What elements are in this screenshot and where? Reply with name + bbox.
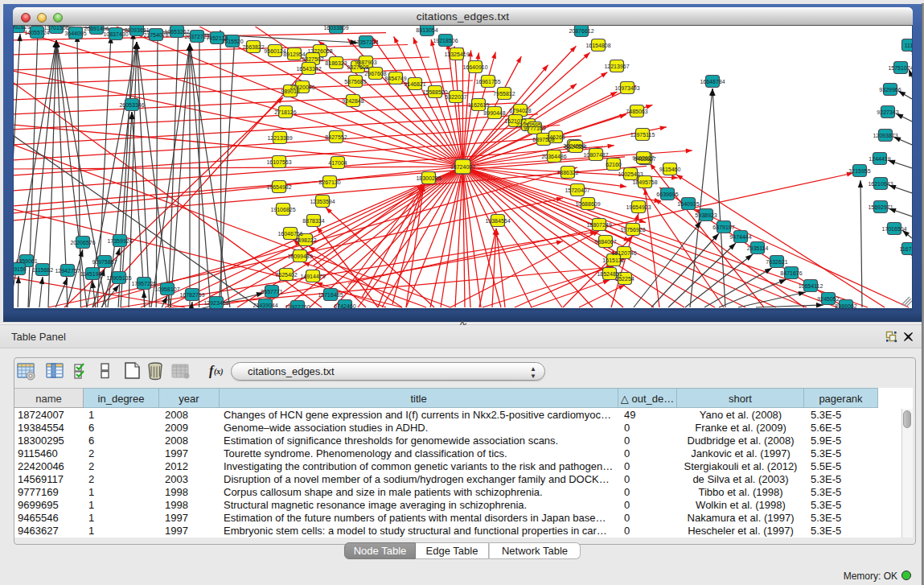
- svg-text:8427552: 8427552: [325, 134, 347, 140]
- svg-text:62160: 62160: [606, 162, 622, 167]
- svg-text:5938923: 5938923: [695, 212, 717, 218]
- svg-text:18724007: 18724007: [450, 164, 475, 170]
- svg-text:12975115: 12975115: [630, 132, 655, 138]
- svg-text:8267130: 8267130: [318, 179, 340, 185]
- svg-text:989018: 989018: [281, 89, 299, 94]
- svg-text:16120746: 16120746: [611, 250, 636, 256]
- svg-text:4498222: 4498222: [294, 237, 316, 243]
- svg-text:18807249: 18807249: [586, 222, 611, 228]
- svg-text:12213389: 12213389: [267, 135, 292, 141]
- svg-text:1640935: 1640935: [677, 201, 699, 207]
- svg-text:5875685: 5875685: [344, 79, 366, 84]
- svg-text:7632621: 7632621: [766, 259, 787, 265]
- svg-text:21439044: 21439044: [253, 303, 277, 308]
- svg-text:8813054: 8813054: [416, 27, 437, 33]
- svg-text:12942757: 12942757: [55, 268, 80, 274]
- svg-text:417004: 417004: [328, 160, 347, 166]
- svg-text:746266: 746266: [546, 134, 565, 140]
- svg-text:16046766: 16046766: [277, 231, 302, 237]
- svg-text:19654923: 19654923: [626, 204, 651, 210]
- svg-text:8878334: 8878334: [302, 218, 324, 224]
- svg-text:7886322: 7886322: [556, 170, 578, 175]
- svg-text:26053346: 26053346: [119, 102, 144, 108]
- svg-text:1162615: 1162615: [468, 102, 490, 108]
- svg-text:1115682: 1115682: [32, 267, 53, 273]
- svg-text:1615132: 1615132: [602, 257, 624, 263]
- svg-text:7625402: 7625402: [275, 272, 297, 278]
- svg-text:9242848: 9242848: [342, 98, 363, 104]
- svg-text:1244419: 1244419: [869, 156, 890, 162]
- svg-text:12353594: 12353594: [310, 199, 335, 204]
- svg-text:16033809: 16033809: [323, 26, 348, 31]
- svg-text:12923468: 12923468: [203, 300, 228, 306]
- svg-text:13325419: 13325419: [444, 51, 469, 57]
- svg-text:17357224: 17357224: [353, 39, 378, 45]
- svg-text:18099489: 18099489: [287, 253, 312, 259]
- svg-text:9657771: 9657771: [261, 289, 282, 295]
- svg-text:15588520: 15588520: [422, 89, 447, 95]
- svg-text:7663822: 7663822: [242, 44, 264, 50]
- svg-text:16782759: 16782759: [179, 292, 204, 298]
- svg-text:9887903: 9887903: [355, 60, 376, 65]
- svg-text:10958107: 10958107: [154, 286, 179, 292]
- svg-text:16210643: 16210643: [868, 181, 893, 187]
- svg-text:39159: 39159: [14, 266, 27, 272]
- svg-text:18495758: 18495758: [632, 179, 657, 185]
- svg-text:(x): (x): [214, 367, 224, 377]
- svg-text:9146821: 9146821: [404, 81, 425, 87]
- svg-text:10654112: 10654112: [799, 283, 823, 289]
- svg-text:15716485: 15716485: [318, 292, 343, 298]
- svg-text:3215955: 3215955: [848, 168, 870, 174]
- svg-text:20206576: 20206576: [70, 240, 95, 245]
- svg-text:16961755: 16961755: [475, 79, 500, 84]
- svg-text:10973493: 10973493: [614, 85, 639, 91]
- svg-text:9329966: 9329966: [879, 87, 901, 93]
- svg-text:16543342: 16543342: [296, 66, 321, 72]
- svg-text:12213967: 12213967: [604, 64, 629, 69]
- svg-text:9777169: 9777169: [524, 126, 545, 131]
- svg-text:4359061: 4359061: [15, 258, 37, 264]
- svg-text:11451944: 11451944: [80, 271, 105, 277]
- svg-text:14055724: 14055724: [24, 30, 49, 35]
- svg-text:15751074: 15751074: [888, 65, 912, 71]
- svg-text:19384554: 19384554: [485, 218, 510, 224]
- svg-text:111: 111: [905, 43, 912, 48]
- svg-text:6639695: 6639695: [656, 192, 678, 197]
- svg-text:9245052: 9245052: [817, 296, 839, 302]
- svg-text:9463627: 9463627: [632, 155, 654, 161]
- svg-text:14914479: 14914479: [300, 274, 325, 279]
- svg-text:19106825: 19106825: [270, 207, 295, 212]
- svg-text:90975867: 90975867: [92, 259, 117, 265]
- svg-text:9884067: 9884067: [594, 239, 616, 245]
- svg-text:9115460: 9115460: [659, 167, 681, 172]
- svg-text:3624554: 3624554: [565, 144, 586, 150]
- svg-text:17359924: 17359924: [107, 238, 132, 244]
- svg-text:2718126: 2718126: [274, 109, 296, 115]
- svg-text:16154808: 16154808: [585, 43, 610, 48]
- svg-text:9327508: 9327508: [347, 64, 368, 70]
- svg-text:3644095: 3644095: [64, 31, 86, 36]
- svg-text:16648784: 16648784: [700, 79, 725, 84]
- svg-text:9327502: 9327502: [302, 56, 323, 62]
- svg-text:9227343: 9227343: [877, 109, 898, 115]
- svg-text:17016504: 17016504: [881, 226, 906, 232]
- svg-text:15720407: 15720407: [565, 187, 589, 193]
- svg-text:15692971: 15692971: [868, 204, 893, 210]
- svg-text:10025433: 10025433: [618, 171, 643, 177]
- svg-text:12905135: 12905135: [106, 275, 131, 281]
- svg-text:5322037: 5322037: [445, 94, 466, 100]
- svg-text:8990448: 8990448: [483, 110, 505, 116]
- svg-text:2935114: 2935114: [747, 245, 769, 251]
- svg-text:17957225: 17957225: [131, 281, 156, 286]
- svg-text:13226058: 13226058: [307, 48, 332, 54]
- svg-text:252254: 252254: [615, 276, 634, 282]
- svg-text:20876612: 20876612: [569, 28, 593, 34]
- svg-text:7955812: 7955812: [493, 91, 515, 97]
- svg-text:6879197: 6879197: [713, 225, 734, 230]
- svg-text:2967608: 2967608: [364, 71, 386, 76]
- svg-text:18300295: 18300295: [416, 175, 441, 181]
- svg-text:19756928: 19756928: [620, 227, 645, 233]
- svg-text:7485063: 7485063: [626, 109, 647, 114]
- svg-text:10807487: 10807487: [583, 152, 608, 158]
- svg-text:19218506: 19218506: [433, 38, 458, 43]
